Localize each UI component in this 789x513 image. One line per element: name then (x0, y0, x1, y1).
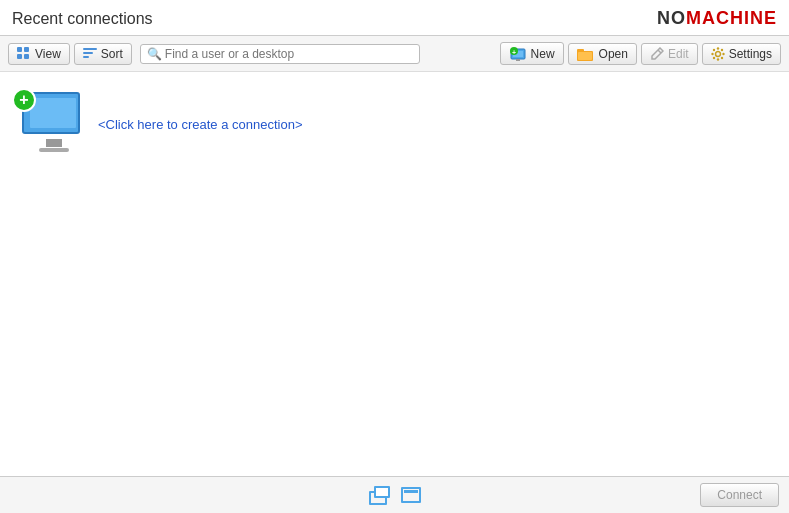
monitor-base (39, 148, 69, 152)
svg-rect-3 (24, 54, 29, 59)
svg-rect-1 (24, 47, 29, 52)
view-button[interactable]: View (8, 43, 70, 65)
toolbar: View Sort 🔍 + (0, 36, 789, 72)
main-content: <Click here to create a connection> (0, 72, 789, 476)
nomachine-logo: NOMACHINE (657, 8, 777, 29)
svg-point-23 (712, 48, 714, 50)
search-icon: 🔍 (147, 47, 162, 61)
plus-badge (12, 88, 36, 112)
svg-rect-5 (83, 52, 93, 54)
search-input[interactable] (165, 47, 413, 61)
svg-point-25 (720, 48, 722, 50)
svg-point-26 (712, 56, 714, 58)
svg-point-20 (716, 58, 718, 60)
sort-button[interactable]: Sort (74, 43, 132, 65)
svg-rect-15 (578, 52, 592, 60)
settings-label: Settings (729, 47, 772, 61)
svg-point-18 (715, 51, 720, 56)
create-connection-label[interactable]: <Click here to create a connection> (98, 117, 303, 132)
svg-marker-16 (652, 48, 663, 59)
edit-icon (650, 47, 664, 61)
connect-button[interactable]: Connect (700, 483, 779, 507)
page-title: Recent connections (12, 10, 153, 28)
svg-point-19 (716, 47, 718, 49)
new-icon: + (509, 46, 527, 61)
open-icon (577, 47, 595, 61)
settings-icon (711, 47, 725, 61)
fullscreen-icon[interactable] (401, 487, 421, 503)
logo-machine: MACHINE (686, 8, 777, 28)
svg-line-17 (658, 50, 661, 53)
monitor-stand (46, 139, 62, 147)
create-connection-icon (16, 92, 86, 157)
view-label: View (35, 47, 61, 61)
svg-text:+: + (512, 49, 516, 56)
monitor-screen (30, 98, 76, 128)
open-label: Open (599, 47, 628, 61)
search-box[interactable]: 🔍 (140, 44, 420, 64)
edit-label: Edit (668, 47, 689, 61)
svg-rect-6 (83, 56, 89, 58)
new-label: New (531, 47, 555, 61)
svg-point-21 (711, 52, 713, 54)
new-button[interactable]: + New (500, 42, 564, 65)
svg-point-24 (720, 56, 722, 58)
svg-rect-2 (17, 54, 22, 59)
footer-center-icons (369, 486, 421, 505)
sort-label: Sort (101, 47, 123, 61)
header: Recent connections NOMACHINE (0, 0, 789, 36)
svg-point-22 (722, 52, 724, 54)
sort-icon (83, 48, 97, 60)
grid-icon (17, 47, 31, 61)
svg-rect-4 (83, 48, 97, 50)
logo-no: NO (657, 8, 686, 28)
open-button[interactable]: Open (568, 43, 637, 65)
footer: Connect (0, 476, 789, 513)
svg-rect-9 (516, 59, 520, 61)
create-connection-item[interactable]: <Click here to create a connection> (16, 92, 773, 157)
settings-button[interactable]: Settings (702, 43, 781, 65)
toolbar-right-buttons: + New Open Edit (500, 42, 781, 65)
svg-rect-0 (17, 47, 22, 52)
edit-button[interactable]: Edit (641, 43, 698, 65)
restore-icon[interactable] (369, 486, 393, 505)
